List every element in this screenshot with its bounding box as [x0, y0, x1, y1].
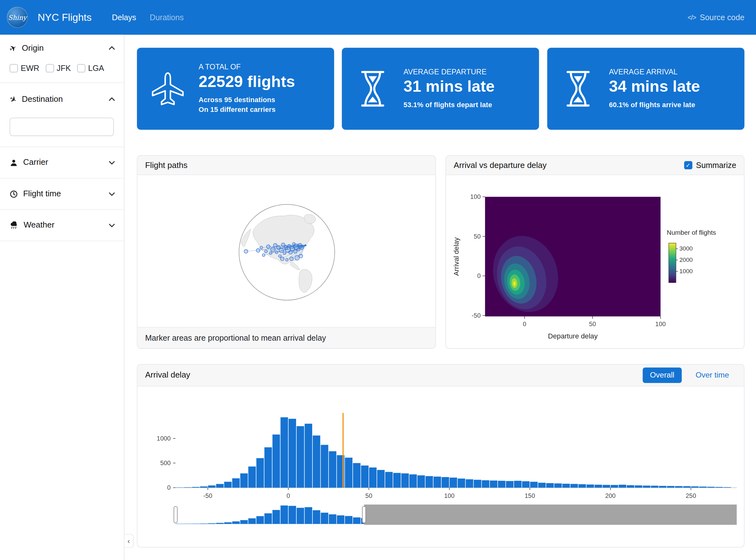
app-title: NYC Flights [38, 12, 91, 23]
origin-checkbox-lga[interactable]: LGA [77, 64, 104, 73]
navbar-tabs: Delays Durations [112, 13, 184, 22]
card-header: Arrival delay Overall Over time [137, 365, 744, 386]
value-box-avg-arrival: AVERAGE ARRIVAL 34 mins late 60.1% of fl… [547, 48, 744, 130]
navbar: Shiny NYC Flights Delays Durations </> S… [0, 0, 756, 35]
shiny-logo-text: Shiny [8, 14, 27, 21]
value-box-title: AVERAGE DEPARTURE [404, 68, 494, 77]
value-box-total-flights: A TOTAL OF 22529 flights Across 95 desti… [137, 48, 334, 130]
summarize-checkbox[interactable]: ✓ [684, 161, 692, 169]
chevron-down-icon[interactable] [107, 190, 116, 199]
sidebar-section-origin[interactable]: ✈ Origin [0, 38, 124, 58]
checkbox-label: JFK [57, 64, 71, 73]
sidebar-section-flight-time[interactable]: Flight time [0, 184, 124, 204]
svg-text:-50: -50 [203, 492, 212, 499]
checkbox-label: EWR [21, 64, 39, 73]
card-title: Arrival delay [145, 371, 190, 380]
svg-text:150: 150 [525, 492, 535, 499]
card-header: Flight paths [137, 156, 435, 175]
sidebar: ✈ Origin EWR JFK LGA ✈ Destination [0, 35, 124, 560]
chevron-down-icon[interactable] [107, 158, 116, 167]
svg-text:0: 0 [523, 320, 526, 327]
shiny-logo[interactable]: Shiny [7, 7, 28, 28]
svg-text:0: 0 [167, 484, 171, 491]
svg-text:-50: -50 [472, 312, 481, 319]
sidebar-section-label: Origin [22, 43, 43, 53]
card-title: Flight paths [145, 160, 188, 170]
code-icon: </> [688, 14, 696, 21]
card-footer: Marker areas are proportional to mean ar… [137, 327, 435, 348]
svg-text:50: 50 [474, 233, 481, 240]
clock-icon [10, 190, 18, 198]
cloud-rain-icon [10, 221, 19, 229]
svg-text:100: 100 [655, 320, 666, 327]
sidebar-section-label: Weather [24, 220, 55, 230]
summarize-label: Summarize [696, 161, 736, 170]
hourglass-icon [547, 48, 609, 130]
card-title: Arrival vs departure delay [454, 160, 547, 170]
tab-durations[interactable]: Durations [150, 13, 184, 22]
svg-text:250: 250 [686, 492, 696, 499]
card-header: Arrival vs departure delay ✓ Summarize [446, 156, 744, 175]
chevron-up-icon[interactable] [107, 95, 116, 104]
value-box-subtitle: 60.1% of flights arrive late [609, 100, 700, 110]
plane-arrival-icon: ✈ [8, 94, 18, 105]
svg-text:1000: 1000 [679, 268, 693, 275]
arrival-vs-departure-plot: 050100100500-50Departure delayArrival de… [446, 175, 744, 348]
summarize-toggle[interactable]: ✓ Summarize [684, 161, 736, 170]
sidebar-section-label: Destination [22, 95, 63, 104]
chevron-up-icon[interactable] [107, 44, 116, 53]
svg-text:1000: 1000 [157, 435, 171, 442]
svg-text:Departure delay: Departure delay [548, 332, 598, 340]
sidebar-section-destination[interactable]: ✈ Destination [0, 90, 124, 109]
sidebar-section-weather[interactable]: Weather [0, 216, 124, 235]
svg-text:2000: 2000 [679, 257, 693, 263]
app: Shiny NYC Flights Delays Durations </> S… [0, 0, 756, 560]
divider [0, 241, 124, 241]
sidebar-section-carrier[interactable]: Carrier [0, 153, 124, 172]
value-box-subtitle: On 15 different carriers [199, 105, 295, 115]
svg-text:0: 0 [287, 492, 290, 499]
source-code-link[interactable]: </> Source code [688, 13, 744, 22]
overall-button[interactable]: Overall [642, 367, 682, 383]
svg-text:50: 50 [365, 492, 372, 499]
svg-text:200: 200 [605, 492, 615, 499]
svg-text:100: 100 [444, 492, 454, 499]
plane-departure-icon: ✈ [8, 43, 18, 53]
checkbox[interactable] [10, 64, 18, 73]
checkbox[interactable] [46, 64, 54, 73]
svg-text:Arrival delay: Arrival delay [452, 237, 460, 276]
sidebar-section-label: Carrier [23, 158, 48, 168]
sidebar-section-label: Flight time [23, 189, 61, 199]
source-code-label: Source code [700, 13, 744, 22]
svg-text:0: 0 [477, 272, 481, 279]
over-time-button[interactable]: Over time [688, 367, 736, 383]
chevron-down-icon[interactable] [107, 221, 116, 230]
origin-checkbox-ewr[interactable]: EWR [10, 64, 39, 73]
delay-density-card: Arrival vs departure delay ✓ Summarize 0… [445, 155, 744, 349]
svg-text:500: 500 [160, 459, 171, 466]
value-box-avg-departure: AVERAGE DEPARTURE 31 mins late 53.1% of … [342, 48, 539, 130]
value-box-title: AVERAGE ARRIVAL [609, 68, 700, 77]
svg-text:3000: 3000 [679, 245, 693, 252]
checkbox[interactable] [77, 64, 85, 73]
value-box-value: 34 mins late [609, 78, 700, 96]
hourglass-icon [342, 48, 404, 130]
checkbox-label: LGA [88, 64, 104, 73]
svg-text:100: 100 [470, 193, 481, 200]
tab-delays[interactable]: Delays [112, 13, 136, 22]
origin-checkbox-group: EWR JFK LGA [0, 58, 124, 83]
arrival-delay-card: Arrival delay Overall Over time -5005010… [137, 364, 745, 548]
origin-checkbox-jfk[interactable]: JFK [46, 64, 71, 73]
value-box-title: A TOTAL OF [199, 63, 295, 72]
flight-paths-card: Flight paths Marker areas are proportion… [137, 155, 436, 349]
flight-paths-globe[interactable] [236, 201, 338, 303]
value-box-value: 22529 flights [199, 73, 295, 91]
value-box-value: 31 mins late [404, 78, 494, 96]
svg-text:Number of flights: Number of flights [667, 229, 716, 236]
view-toggle-group: Overall Over time [642, 367, 736, 383]
destination-input[interactable] [10, 118, 114, 136]
arrival-delay-histogram[interactable]: -5005010015020025005001000 [137, 386, 744, 547]
person-icon [10, 159, 18, 167]
plane-icon [137, 48, 199, 130]
sidebar-collapse-toggle[interactable]: ‹ [124, 534, 134, 548]
